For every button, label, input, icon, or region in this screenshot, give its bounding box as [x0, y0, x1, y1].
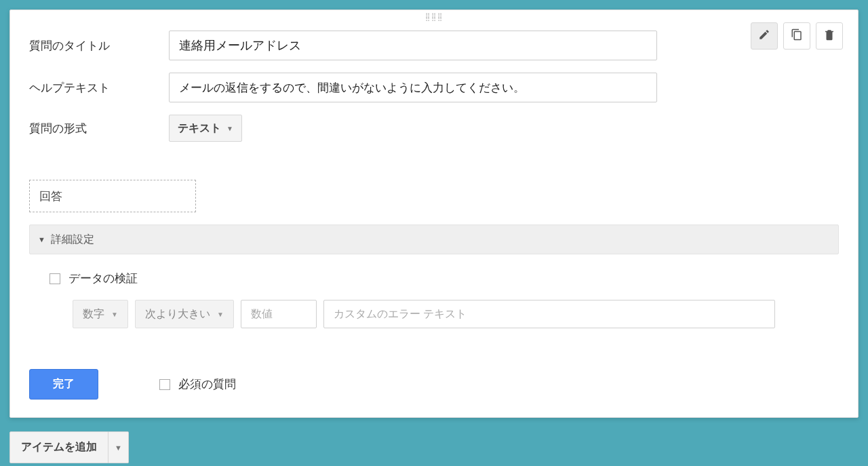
required-checkbox[interactable] [159, 379, 170, 390]
drag-grip-icon[interactable]: ⠿⠿⠿⠿⠿⠿ [425, 14, 443, 21]
add-item-button[interactable]: アイテムを追加 [9, 431, 108, 463]
toolbar [751, 22, 843, 50]
type-row: 質問の形式 テキスト ▼ [29, 115, 839, 142]
title-label: 質問のタイトル [29, 38, 169, 54]
footer-row: 完了 必須の質問 [29, 369, 839, 400]
question-editor-card: ⠿⠿⠿⠿⠿⠿ 質問のタイトル ヘルプテキスト [9, 9, 859, 418]
validation-row: 数字 ▼ 次より大きい ▼ [73, 300, 839, 328]
validation-type-dropdown[interactable]: 数字 ▼ [73, 300, 128, 328]
help-row: ヘルプテキスト [29, 73, 839, 102]
validation-condition-dropdown[interactable]: 次より大きい ▼ [135, 300, 234, 328]
add-item-button-group: アイテムを追加 ▼ [9, 431, 129, 463]
copy-icon [791, 28, 803, 43]
chevron-down-icon: ▼ [217, 311, 224, 318]
advanced-settings-body: データの検証 数字 ▼ 次より大きい ▼ [29, 254, 839, 336]
edit-button[interactable] [751, 22, 778, 50]
answer-placeholder-text: 回答 [39, 189, 62, 204]
help-label: ヘルプテキスト [29, 80, 169, 96]
type-label: 質問の形式 [29, 121, 169, 136]
chevron-down-icon: ▼ [226, 125, 233, 132]
validation-checkbox[interactable] [50, 273, 60, 284]
add-item-row: アイテムを追加 ▼ [9, 431, 859, 463]
validation-error-input[interactable] [323, 300, 775, 328]
validation-type-value: 数字 [83, 307, 104, 322]
required-checkbox-label[interactable]: 必須の質問 [159, 376, 236, 392]
validation-condition-value: 次より大きい [145, 307, 210, 322]
help-input[interactable] [169, 73, 657, 102]
pencil-icon [758, 28, 770, 43]
chevron-down-icon: ▼ [111, 311, 118, 318]
duplicate-button[interactable] [783, 22, 810, 50]
type-dropdown[interactable]: テキスト ▼ [169, 115, 242, 142]
required-label-text: 必須の質問 [178, 376, 236, 392]
validation-label-text: データの検証 [68, 271, 138, 286]
title-row: 質問のタイトル [29, 31, 839, 60]
caret-down-icon: ▼ [38, 235, 45, 244]
add-item-menu-button[interactable]: ▼ [108, 431, 129, 463]
done-button[interactable]: 完了 [29, 369, 98, 400]
advanced-settings-label: 詳細設定 [51, 233, 94, 247]
advanced-settings-toggle[interactable]: ▼ 詳細設定 [29, 225, 839, 254]
validation-checkbox-label[interactable]: データの検証 [50, 271, 839, 286]
answer-placeholder-box: 回答 [29, 180, 196, 212]
chevron-down-icon: ▼ [115, 444, 122, 452]
delete-button[interactable] [816, 22, 843, 50]
trash-icon [823, 28, 835, 43]
validation-value-input[interactable] [241, 300, 317, 328]
title-input[interactable] [169, 31, 657, 60]
type-dropdown-value: テキスト [178, 121, 221, 136]
